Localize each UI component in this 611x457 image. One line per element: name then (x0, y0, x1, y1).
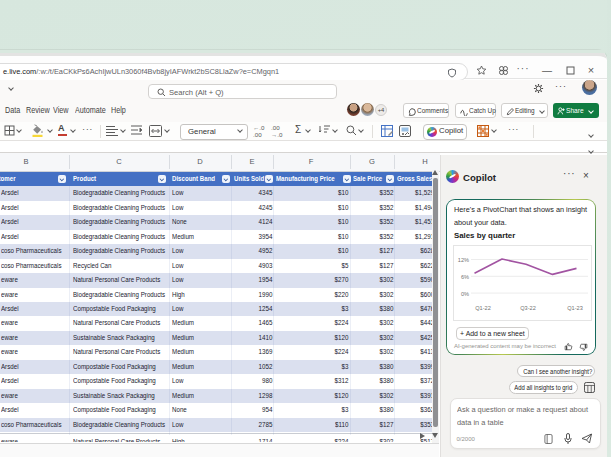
svg-text:6%: 6% (461, 274, 469, 280)
svg-text:Q3-22: Q3-22 (520, 305, 536, 311)
svg-text:0%: 0% (461, 290, 469, 296)
svg-text:12%: 12% (458, 257, 469, 263)
svg-text:Q1-23: Q1-23 (567, 305, 583, 311)
svg-text:Q1-22: Q1-22 (475, 305, 491, 311)
